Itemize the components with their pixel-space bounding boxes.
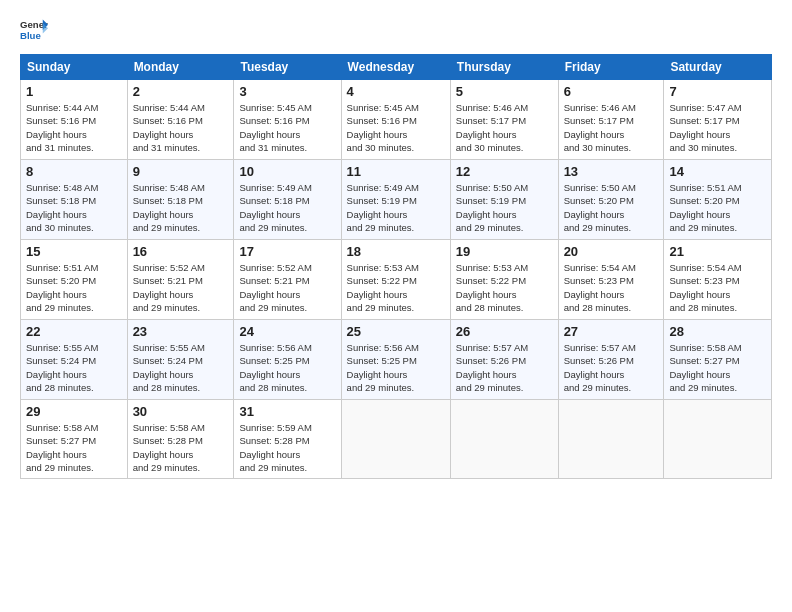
day-number: 16 [133, 244, 229, 259]
calendar-day-cell: 9Sunrise: 5:48 AMSunset: 5:18 PMDaylight… [127, 160, 234, 240]
day-number: 22 [26, 324, 122, 339]
day-info: Sunrise: 5:54 AMSunset: 5:23 PMDaylight … [669, 261, 766, 314]
col-thursday: Thursday [450, 55, 558, 80]
day-info: Sunrise: 5:58 AMSunset: 5:28 PMDaylight … [133, 421, 229, 474]
day-number: 2 [133, 84, 229, 99]
calendar-day-cell: 13Sunrise: 5:50 AMSunset: 5:20 PMDayligh… [558, 160, 664, 240]
day-number: 28 [669, 324, 766, 339]
day-info: Sunrise: 5:53 AMSunset: 5:22 PMDaylight … [456, 261, 553, 314]
day-info: Sunrise: 5:45 AMSunset: 5:16 PMDaylight … [347, 101, 445, 154]
calendar-day-cell: 27Sunrise: 5:57 AMSunset: 5:26 PMDayligh… [558, 320, 664, 400]
calendar-day-cell: 21Sunrise: 5:54 AMSunset: 5:23 PMDayligh… [664, 240, 772, 320]
day-number: 29 [26, 404, 122, 419]
calendar-day-cell: 20Sunrise: 5:54 AMSunset: 5:23 PMDayligh… [558, 240, 664, 320]
day-info: Sunrise: 5:46 AMSunset: 5:17 PMDaylight … [456, 101, 553, 154]
day-number: 6 [564, 84, 659, 99]
day-number: 17 [239, 244, 335, 259]
day-number: 27 [564, 324, 659, 339]
calendar-day-cell: 4Sunrise: 5:45 AMSunset: 5:16 PMDaylight… [341, 80, 450, 160]
calendar-day-cell: 7Sunrise: 5:47 AMSunset: 5:17 PMDaylight… [664, 80, 772, 160]
day-number: 1 [26, 84, 122, 99]
day-number: 21 [669, 244, 766, 259]
day-number: 15 [26, 244, 122, 259]
logo: General Blue [20, 16, 48, 44]
day-info: Sunrise: 5:49 AMSunset: 5:19 PMDaylight … [347, 181, 445, 234]
calendar-day-cell: 30Sunrise: 5:58 AMSunset: 5:28 PMDayligh… [127, 400, 234, 479]
day-number: 25 [347, 324, 445, 339]
day-number: 12 [456, 164, 553, 179]
calendar-day-cell: 18Sunrise: 5:53 AMSunset: 5:22 PMDayligh… [341, 240, 450, 320]
col-monday: Monday [127, 55, 234, 80]
col-wednesday: Wednesday [341, 55, 450, 80]
col-friday: Friday [558, 55, 664, 80]
day-number: 24 [239, 324, 335, 339]
day-info: Sunrise: 5:55 AMSunset: 5:24 PMDaylight … [133, 341, 229, 394]
day-info: Sunrise: 5:45 AMSunset: 5:16 PMDaylight … [239, 101, 335, 154]
calendar-day-cell: 8Sunrise: 5:48 AMSunset: 5:18 PMDaylight… [21, 160, 128, 240]
calendar-day-cell: 11Sunrise: 5:49 AMSunset: 5:19 PMDayligh… [341, 160, 450, 240]
day-info: Sunrise: 5:47 AMSunset: 5:17 PMDaylight … [669, 101, 766, 154]
general-blue-logo-icon: General Blue [20, 16, 48, 44]
calendar-day-cell: 6Sunrise: 5:46 AMSunset: 5:17 PMDaylight… [558, 80, 664, 160]
calendar-day-cell: 16Sunrise: 5:52 AMSunset: 5:21 PMDayligh… [127, 240, 234, 320]
day-info: Sunrise: 5:56 AMSunset: 5:25 PMDaylight … [239, 341, 335, 394]
calendar-table: Sunday Monday Tuesday Wednesday Thursday… [20, 54, 772, 479]
day-info: Sunrise: 5:55 AMSunset: 5:24 PMDaylight … [26, 341, 122, 394]
day-info: Sunrise: 5:50 AMSunset: 5:19 PMDaylight … [456, 181, 553, 234]
calendar-day-cell: 29Sunrise: 5:58 AMSunset: 5:27 PMDayligh… [21, 400, 128, 479]
day-number: 19 [456, 244, 553, 259]
calendar-day-cell [664, 400, 772, 479]
day-info: Sunrise: 5:59 AMSunset: 5:28 PMDaylight … [239, 421, 335, 474]
day-info: Sunrise: 5:58 AMSunset: 5:27 PMDaylight … [669, 341, 766, 394]
calendar-week-row: 1Sunrise: 5:44 AMSunset: 5:16 PMDaylight… [21, 80, 772, 160]
day-info: Sunrise: 5:46 AMSunset: 5:17 PMDaylight … [564, 101, 659, 154]
calendar-day-cell: 24Sunrise: 5:56 AMSunset: 5:25 PMDayligh… [234, 320, 341, 400]
day-info: Sunrise: 5:57 AMSunset: 5:26 PMDaylight … [564, 341, 659, 394]
day-info: Sunrise: 5:57 AMSunset: 5:26 PMDaylight … [456, 341, 553, 394]
calendar-day-cell: 17Sunrise: 5:52 AMSunset: 5:21 PMDayligh… [234, 240, 341, 320]
calendar-week-row: 15Sunrise: 5:51 AMSunset: 5:20 PMDayligh… [21, 240, 772, 320]
calendar-day-cell: 25Sunrise: 5:56 AMSunset: 5:25 PMDayligh… [341, 320, 450, 400]
calendar-day-cell: 28Sunrise: 5:58 AMSunset: 5:27 PMDayligh… [664, 320, 772, 400]
day-number: 23 [133, 324, 229, 339]
day-number: 5 [456, 84, 553, 99]
day-number: 8 [26, 164, 122, 179]
col-sunday: Sunday [21, 55, 128, 80]
day-info: Sunrise: 5:50 AMSunset: 5:20 PMDaylight … [564, 181, 659, 234]
calendar-day-cell: 14Sunrise: 5:51 AMSunset: 5:20 PMDayligh… [664, 160, 772, 240]
day-number: 14 [669, 164, 766, 179]
day-number: 9 [133, 164, 229, 179]
day-number: 4 [347, 84, 445, 99]
page: General Blue Sunday Monday Tuesday Wedne… [0, 0, 792, 495]
calendar-day-cell: 26Sunrise: 5:57 AMSunset: 5:26 PMDayligh… [450, 320, 558, 400]
calendar-day-cell: 31Sunrise: 5:59 AMSunset: 5:28 PMDayligh… [234, 400, 341, 479]
day-number: 11 [347, 164, 445, 179]
calendar-day-cell [341, 400, 450, 479]
col-tuesday: Tuesday [234, 55, 341, 80]
calendar-week-row: 22Sunrise: 5:55 AMSunset: 5:24 PMDayligh… [21, 320, 772, 400]
day-number: 10 [239, 164, 335, 179]
header: General Blue [20, 16, 772, 44]
day-info: Sunrise: 5:48 AMSunset: 5:18 PMDaylight … [133, 181, 229, 234]
calendar-day-cell: 19Sunrise: 5:53 AMSunset: 5:22 PMDayligh… [450, 240, 558, 320]
day-number: 13 [564, 164, 659, 179]
day-info: Sunrise: 5:48 AMSunset: 5:18 PMDaylight … [26, 181, 122, 234]
day-info: Sunrise: 5:44 AMSunset: 5:16 PMDaylight … [26, 101, 122, 154]
day-number: 20 [564, 244, 659, 259]
day-info: Sunrise: 5:53 AMSunset: 5:22 PMDaylight … [347, 261, 445, 314]
calendar-day-cell: 3Sunrise: 5:45 AMSunset: 5:16 PMDaylight… [234, 80, 341, 160]
calendar-day-cell: 10Sunrise: 5:49 AMSunset: 5:18 PMDayligh… [234, 160, 341, 240]
day-info: Sunrise: 5:54 AMSunset: 5:23 PMDaylight … [564, 261, 659, 314]
calendar-day-cell [558, 400, 664, 479]
day-number: 26 [456, 324, 553, 339]
day-number: 30 [133, 404, 229, 419]
day-info: Sunrise: 5:52 AMSunset: 5:21 PMDaylight … [239, 261, 335, 314]
day-number: 3 [239, 84, 335, 99]
calendar-day-cell: 2Sunrise: 5:44 AMSunset: 5:16 PMDaylight… [127, 80, 234, 160]
day-info: Sunrise: 5:44 AMSunset: 5:16 PMDaylight … [133, 101, 229, 154]
calendar-day-cell: 5Sunrise: 5:46 AMSunset: 5:17 PMDaylight… [450, 80, 558, 160]
col-saturday: Saturday [664, 55, 772, 80]
svg-text:Blue: Blue [20, 30, 41, 41]
calendar-week-row: 8Sunrise: 5:48 AMSunset: 5:18 PMDaylight… [21, 160, 772, 240]
day-info: Sunrise: 5:51 AMSunset: 5:20 PMDaylight … [669, 181, 766, 234]
